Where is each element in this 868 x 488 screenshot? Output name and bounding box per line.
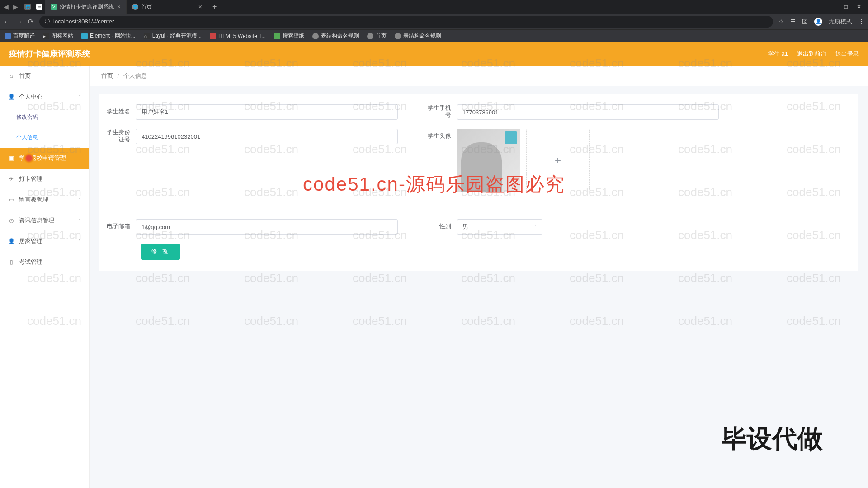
sidebar-item-news[interactable]: ◷ 资讯信息管理 ˅ (0, 210, 89, 231)
close-tab-icon[interactable]: × (198, 3, 202, 10)
tab-icon: ▭ (36, 4, 42, 10)
bookmark-item[interactable]: HTML5 Website T... (210, 33, 266, 39)
user-label[interactable]: 学生 a1 (768, 50, 788, 58)
history-fwd-small[interactable]: ▶ (13, 3, 18, 10)
site-info-icon[interactable]: ⓘ (45, 18, 50, 25)
chevron-down-icon: ˅ (79, 239, 81, 244)
breadcrumb-current: 个人信息 (123, 72, 147, 79)
close-tab-icon[interactable]: × (117, 3, 121, 10)
tab-title: 疫情打卡健康评测系统 (60, 3, 114, 11)
address-bar: ← → ⟳ ⓘ localhost:8081/#/center ☆ ☰ ⚿ 👤 … (0, 14, 868, 29)
profile-form: 学生姓名 学生手机号 学生身份证号 学生头像 (99, 94, 858, 271)
maximize-icon[interactable]: □ (844, 4, 848, 10)
avatar-label: 学生头像 (425, 129, 457, 143)
app-header: 疫情打卡健康评测系统 学生 a1 退出到前台 退出登录 (0, 42, 868, 66)
upload-button[interactable]: + (526, 129, 590, 192)
home-icon: ⌂ (8, 73, 14, 79)
new-tab-button[interactable]: + (208, 3, 221, 11)
send-icon: ✈ (8, 176, 14, 182)
chevron-down-icon: ˅ (79, 218, 81, 223)
message-icon: ▭ (8, 197, 14, 203)
sidebar-item-personal-info[interactable]: 个人信息 (0, 127, 89, 148)
bookmark-item[interactable]: 首页 (367, 32, 387, 40)
minimize-icon[interactable]: — (830, 4, 835, 10)
click-indicator (24, 153, 34, 164)
sidebar-item-exam[interactable]: ▯ 考试管理 (0, 252, 89, 272)
clock-icon: ◷ (8, 217, 14, 224)
globe-favicon: 🌐 (132, 4, 138, 10)
sidebar: ⌂ 首页 👤 个人中心 ˅ 修改密码 个人信息 ▣ 学生返校申请管理 ✈ 打卡管… (0, 66, 90, 488)
reload-button[interactable]: ⟳ (28, 18, 34, 26)
bookmark-star-icon[interactable]: ☆ (778, 18, 784, 25)
menu-icon[interactable]: ⋮ (859, 18, 864, 25)
app-title: 疫情打卡健康评测系统 (9, 48, 90, 59)
bookmark-item[interactable]: 搜索壁纸 (274, 32, 304, 40)
email-input[interactable] (136, 219, 398, 235)
avatar-image[interactable] (457, 129, 520, 192)
incognito-icon: 👤 (814, 18, 822, 26)
name-input[interactable] (136, 104, 398, 120)
id-label: 学生身份证号 (104, 129, 136, 143)
bookmarks-bar: 百度翻译 ▸图标网站 Element - 网站快... ⌂Layui - 经典开… (0, 29, 868, 42)
user-icon: 👤 (8, 94, 14, 100)
sidebar-item-change-password[interactable]: 修改密码 (0, 107, 89, 127)
tab-icon: 🌐 (24, 4, 31, 10)
bookmark-item[interactable]: 表结构命名规则 (312, 32, 359, 40)
breadcrumb: 首页 / 个人信息 (90, 66, 868, 86)
chevron-down-icon: ˅ (79, 94, 81, 99)
chevron-down-icon: ˅ (79, 197, 81, 202)
sidebar-item-return-apply[interactable]: ▣ 学生返校申请管理 (0, 148, 89, 169)
phone-input[interactable] (457, 104, 719, 120)
submit-button[interactable]: 修 改 (141, 244, 180, 260)
back-button[interactable]: ← (4, 18, 10, 25)
bookmark-item[interactable]: ⌂Layui - 经典开源模... (144, 32, 202, 40)
chevron-down-icon: ˅ (534, 224, 537, 230)
name-label: 学生姓名 (104, 104, 136, 119)
vue-favicon: V (51, 4, 57, 10)
back-to-front-link[interactable]: 退出到前台 (797, 50, 826, 58)
sidebar-item-messages[interactable]: ▭ 留言板管理 ˅ (0, 189, 89, 210)
incognito-label: 无痕模式 (829, 18, 852, 26)
browser-tab-active[interactable]: V 疫情打卡健康评测系统 × (45, 0, 127, 14)
key-icon[interactable]: ⚿ (802, 18, 808, 25)
logout-link[interactable]: 退出登录 (835, 50, 859, 58)
gender-label: 性别 (425, 219, 457, 234)
breadcrumb-home[interactable]: 首页 (101, 72, 113, 79)
plus-icon: + (555, 154, 561, 167)
bookmark-item[interactable]: Element - 网站快... (81, 32, 136, 40)
bookmark-item[interactable]: 百度翻译 (5, 32, 35, 40)
box-icon: ▣ (8, 155, 14, 161)
extensions-icon[interactable]: ☰ (790, 18, 796, 25)
gender-select[interactable]: 男 ˅ (457, 219, 542, 235)
browser-tab-strip: ◀ ▶ 🌐 ▭ V 疫情打卡健康评测系统 × 🌐 首页 × + — □ ✕ (0, 0, 868, 14)
bookmark-item[interactable]: ▸图标网站 (43, 32, 73, 40)
sidebar-item-homestay[interactable]: 👤 居家管理 ˅ (0, 231, 89, 252)
url-input[interactable]: ⓘ localhost:8081/#/center (39, 16, 773, 28)
sidebar-item-home[interactable]: ⌂ 首页 (0, 66, 89, 86)
browser-tab[interactable]: 🌐 首页 × (127, 0, 208, 14)
close-window-icon[interactable]: ✕ (857, 4, 861, 10)
sidebar-item-checkin[interactable]: ✈ 打卡管理 (0, 169, 89, 189)
phone-label: 学生手机号 (425, 104, 457, 119)
user-icon: 👤 (8, 238, 14, 244)
history-back-small[interactable]: ◀ (4, 3, 9, 10)
forward-button[interactable]: → (16, 18, 23, 25)
id-input[interactable] (136, 129, 398, 144)
sidebar-item-profile[interactable]: 👤 个人中心 ˅ (0, 86, 89, 107)
corner-watermark: 毕设代做 (722, 422, 823, 456)
bookmark-item[interactable]: 表结构命名规则 (395, 32, 441, 40)
breadcrumb-sep: / (118, 72, 119, 79)
doc-icon: ▯ (8, 259, 14, 265)
email-label: 电子邮箱 (104, 219, 136, 234)
tab-title: 首页 (141, 3, 152, 11)
url-text: localhost:8081/#/center (53, 18, 114, 25)
